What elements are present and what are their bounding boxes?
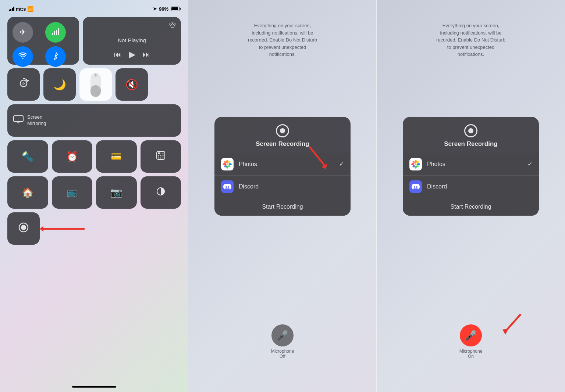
rewind-icon[interactable]: ⏮ (114, 50, 121, 59)
red-arrow-photos (295, 143, 339, 173)
red-arrow-record (40, 223, 91, 234)
app-row-discord-2[interactable]: Discord (403, 176, 539, 198)
wifi-icon (18, 52, 27, 61)
discord-app-icon (221, 180, 234, 193)
svg-rect-2 (56, 30, 57, 35)
do-not-disturb-button[interactable]: 🌙 (43, 68, 76, 101)
wallet-icon: 💳 (111, 151, 122, 162)
photos-app-icon-2 (409, 158, 422, 170)
svg-marker-52 (502, 329, 508, 335)
microphone-on-icon: 🎤 (465, 330, 477, 341)
camera-button[interactable]: 📷 (96, 176, 137, 209)
svg-point-49 (414, 186, 415, 188)
svg-point-15 (162, 158, 163, 159)
flashlight-button[interactable]: 🔦 (7, 140, 48, 173)
svg-rect-0 (52, 33, 53, 35)
airplane-mode-button[interactable]: ✈ (13, 22, 33, 43)
row-bottom-1: 🔦 ⏰ 💳 (7, 140, 181, 173)
status-right: ➤ 96% (153, 6, 180, 12)
record-dot-2 (468, 128, 473, 133)
rotation-icon: ⟳ (18, 78, 29, 92)
clock-button[interactable]: ⏰ (52, 140, 93, 173)
svg-point-33 (227, 163, 228, 165)
connectivity-block: ✈ (7, 17, 79, 65)
now-playing-title: Not Playing (88, 37, 176, 43)
location-icon: ➤ (153, 6, 157, 11)
remote-icon: 📺 (67, 187, 78, 198)
screen-mirroring-button[interactable]: ScreenMirroring (7, 104, 181, 137)
panel-control-center: mt:s 📶 ➤ 96% ✈ (0, 0, 188, 392)
record-icon (18, 222, 29, 235)
signal-bars (9, 7, 14, 11)
wifi-button[interactable] (13, 46, 33, 67)
microphone-area: 🎤 MicrophoneOff (271, 324, 294, 359)
battery-indicator (171, 7, 180, 11)
record-circle-icon-2 (464, 124, 477, 137)
svg-point-19 (21, 225, 26, 230)
svg-point-13 (158, 158, 159, 159)
calculator-icon: + (156, 151, 166, 162)
clock-icon: ⏰ (66, 151, 78, 162)
microphone-icon: 🎤 (277, 330, 288, 341)
wallet-button[interactable]: 💳 (96, 140, 137, 173)
app-row-photos-2[interactable]: Photos ✓ (403, 153, 539, 176)
panel-recording-mic-on: Everything on your screen, including not… (377, 0, 565, 392)
svg-text:⟳: ⟳ (22, 82, 25, 86)
svg-point-14 (160, 158, 161, 159)
flashlight-icon: 🔦 (22, 151, 33, 162)
row-mirroring: ScreenMirroring (7, 104, 181, 137)
discord-app-name: Discord (239, 183, 344, 190)
row-record (7, 212, 181, 245)
airplay-icon (169, 22, 176, 29)
status-left: mt:s 📶 (9, 6, 33, 12)
row-toggles: ⟳ 🌙 ☀ 🔇 (7, 68, 181, 101)
contrast-button[interactable] (141, 176, 181, 209)
row-bottom-2: 🏠 📺 📷 (7, 176, 181, 209)
battery-percent: 96% (159, 6, 168, 12)
svg-rect-3 (58, 28, 59, 35)
calculator-button[interactable]: + (141, 140, 181, 173)
record-circle-icon (276, 124, 289, 137)
status-bar: mt:s 📶 ➤ 96% (7, 6, 181, 12)
carrier-name: mt:s (16, 6, 26, 12)
photos-app-icon (221, 158, 234, 170)
screen-rotation-button[interactable]: ⟳ (7, 68, 40, 101)
wifi-status-icon: 📶 (27, 6, 33, 12)
cellular-button[interactable] (45, 22, 66, 43)
microphone-area-2: 🎤 MicrophoneOn (459, 324, 483, 359)
screen-record-button[interactable] (7, 212, 40, 245)
microphone-button-2[interactable]: 🎤 (460, 324, 482, 346)
bluetooth-button[interactable]: ᛒ (45, 46, 66, 67)
discord-app-icon-2 (409, 180, 422, 193)
photos-checkmark: ✓ (339, 161, 344, 168)
microphone-label: MicrophoneOff (271, 349, 294, 359)
microphone-button[interactable]: 🎤 (271, 324, 294, 346)
app-row-discord[interactable]: Discord (214, 176, 351, 198)
recording-card-header-2: Screen Recording (403, 117, 539, 153)
app-list-2: Photos ✓ Discord Start Recording (403, 153, 539, 216)
svg-point-11 (160, 155, 161, 157)
recording-info-text-2: Everything on your screen, including not… (412, 0, 530, 58)
moon-icon: 🌙 (53, 79, 66, 91)
panel-recording-mic-off: Everything on your screen, including not… (188, 0, 377, 392)
microphone-label-2: MicrophoneOn (459, 349, 483, 359)
fast-forward-icon[interactable]: ⏭ (143, 50, 150, 59)
red-arrow-microphone (476, 308, 531, 344)
start-recording-button[interactable]: Start Recording (214, 198, 351, 216)
svg-point-34 (225, 186, 227, 188)
record-dot (280, 128, 285, 133)
start-recording-button-2[interactable]: Start Recording (403, 198, 539, 216)
brightness-slider[interactable]: ☀ (79, 68, 112, 101)
mute-button[interactable]: 🔇 (116, 68, 148, 101)
bluetooth-icon: ᛒ (53, 52, 58, 61)
play-icon[interactable]: ▶ (129, 49, 135, 60)
remote-button[interactable]: 📺 (52, 176, 93, 209)
camera-icon: 📷 (110, 187, 122, 198)
home-indicator (72, 386, 116, 388)
contrast-icon (156, 187, 166, 199)
recording-card-title-2: Screen Recording (444, 140, 498, 148)
home-button[interactable]: 🏠 (7, 176, 48, 209)
screen-mirroring-label: ScreenMirroring (27, 114, 46, 127)
discord-app-name-2: Discord (427, 183, 532, 190)
photos-app-name-2: Photos (427, 161, 522, 168)
